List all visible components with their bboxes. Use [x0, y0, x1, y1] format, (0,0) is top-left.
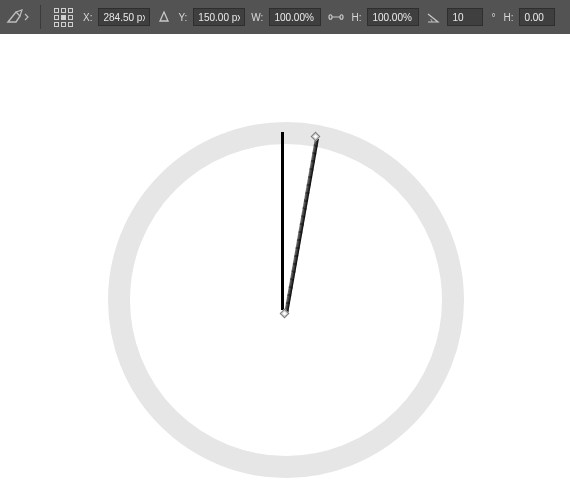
relative-position-icon[interactable] — [156, 3, 172, 31]
angle-icon — [425, 3, 441, 31]
y-label: Y: — [178, 12, 187, 23]
x-field[interactable] — [98, 8, 150, 26]
hshear-label: H: — [503, 12, 513, 23]
y-field[interactable] — [193, 8, 245, 26]
divider — [40, 5, 41, 29]
degree-symbol: ° — [489, 12, 497, 23]
tool-preset-icon[interactable] — [4, 3, 32, 31]
options-toolbar: X: Y: W: H: ° H: — [0, 0, 570, 34]
h-field[interactable] — [367, 8, 419, 26]
canvas-area[interactable] — [0, 34, 570, 500]
angle-field[interactable] — [447, 8, 483, 26]
h-label: H: — [351, 12, 361, 23]
aspect-lock-icon[interactable] — [327, 8, 345, 26]
w-field[interactable] — [269, 8, 321, 26]
reference-point-grid[interactable] — [49, 3, 77, 31]
x-label: X: — [83, 12, 92, 23]
w-label: W: — [251, 12, 263, 23]
hshear-field[interactable] — [519, 8, 555, 26]
clock-hand-original — [281, 132, 284, 310]
